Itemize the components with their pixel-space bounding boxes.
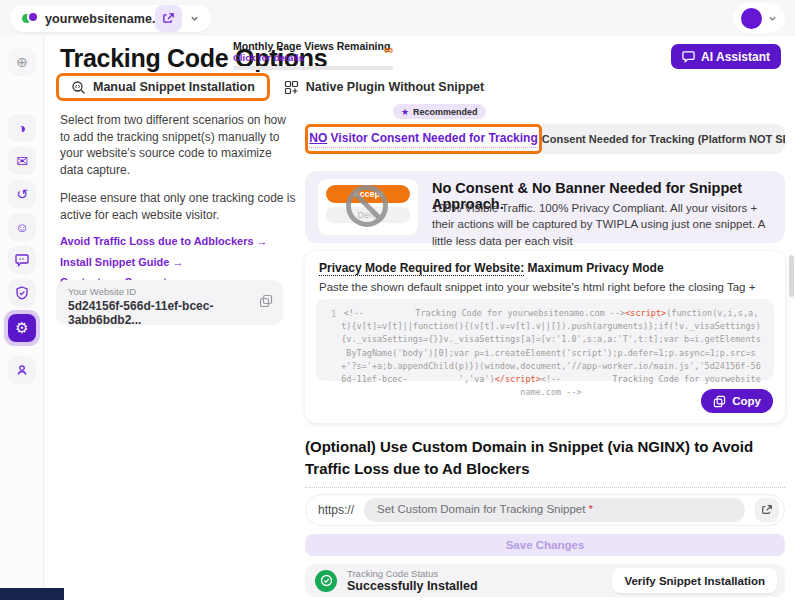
- intro-paragraph-1: Select from two different scenarios on h…: [60, 112, 298, 178]
- external-link-icon: [761, 504, 773, 516]
- installation-tabs: Manual Snippet Installation Native Plugi…: [56, 73, 498, 101]
- custom-domain-input[interactable]: [364, 498, 745, 522]
- tab-native-plugin[interactable]: Native Plugin Without Snippet: [270, 73, 498, 101]
- mail-icon: ✉: [16, 153, 28, 169]
- topbar: yourwebsitename.com: [0, 0, 795, 36]
- chevron-down-icon: [190, 14, 199, 23]
- tracking-code-block[interactable]: 1 <!-- Tracking Code for yourwebsitename…: [316, 299, 774, 381]
- privacy-mode-title-rest: Maximum Privacy Mode: [524, 261, 663, 275]
- tab-consent-needed[interactable]: Visitor Consent Needed for Tracking (Pla…: [542, 124, 785, 154]
- new-website-icon[interactable]: ⊕: [8, 48, 36, 76]
- tracking-code-text: <!-- Tracking Code for yourwebsitename.c…: [336, 307, 766, 373]
- no-consent-body: 100% Visible Traffic. 100% Privacy Compl…: [432, 200, 779, 249]
- circle-plus-icon: ⊕: [16, 54, 28, 70]
- app-frame: yourwebsitename.com ⊕ ◑ ✉ ↺ ☺: [0, 0, 795, 600]
- copy-icon: [713, 395, 726, 408]
- chat-bubble-icon: [15, 253, 29, 267]
- website-id-value: 5d24156f-566d-11ef-bcec-3abb6bdb2...: [68, 299, 271, 327]
- copy-label: Copy: [732, 395, 761, 407]
- save-changes-button[interactable]: Save Changes: [305, 534, 785, 556]
- gear-icon: ⚙: [8, 314, 36, 342]
- copy-snippet-button[interactable]: Copy: [701, 389, 773, 413]
- infinity-icon: ∞: [384, 42, 393, 57]
- success-check-icon: [315, 570, 337, 592]
- tab-manual-label: Manual Snippet Installation: [93, 80, 255, 94]
- no-consent-info-card: Accept Deny No Consent & No Banner Neede…: [305, 171, 785, 243]
- monthly-views-progressbar: [233, 66, 393, 70]
- scrollbar-thumb[interactable]: [789, 255, 794, 297]
- copy-website-id-button[interactable]: [259, 294, 273, 312]
- star-icon: ★: [401, 107, 409, 117]
- intro-paragraph-2: Please ensure that only one tracking cod…: [60, 190, 298, 223]
- website-id-card: Your Website ID 5d24156f-566d-11ef-bcec-…: [56, 280, 283, 325]
- sidebar: ⊕ ◑ ✉ ↺ ☺ ⚙: [0, 36, 44, 600]
- tab-native-label: Native Plugin Without Snippet: [306, 80, 484, 94]
- sidebar-item-visitors[interactable]: ☺: [8, 213, 36, 241]
- sidebar-item-privacy[interactable]: [8, 279, 36, 307]
- sidebar-item-settings-active[interactable]: ⚙: [4, 310, 40, 346]
- verify-snippet-button[interactable]: Verify Snippet Installation: [612, 568, 777, 593]
- link-avoid-traffic-loss[interactable]: Avoid Traffic Loss due to Adblockers →: [60, 235, 298, 247]
- link-install-snippet-guide[interactable]: Install Snippet Guide →: [60, 256, 298, 268]
- ai-assistant-button[interactable]: AI Assistant: [671, 44, 781, 69]
- shield-check-icon: [15, 286, 29, 300]
- recommended-label: Recommended: [413, 107, 478, 117]
- privacy-mode-title-underlined: Privacy Mode Required for Website:: [319, 261, 524, 276]
- account-menu[interactable]: [733, 3, 785, 33]
- status-value: Successfully Installed: [347, 579, 612, 593]
- external-link-icon: [162, 12, 175, 25]
- tab-no-consent[interactable]: NO Visitor Consent Needed for Tracking: [305, 124, 542, 154]
- recommended-badge: ★ Recommended: [393, 104, 486, 119]
- person-pin-icon: [15, 363, 29, 377]
- custom-domain-input-wrap: Set Custom Domain for Tracking Snippet *: [364, 498, 745, 522]
- code-line-number: 1: [320, 307, 336, 373]
- open-custom-domain-button[interactable]: [755, 498, 779, 522]
- sidebar-item-feedback[interactable]: [8, 246, 36, 274]
- status-texts: Tracking Code Status Successfully Instal…: [347, 568, 612, 593]
- plugin-grid-icon: [284, 80, 299, 95]
- website-favicon-icon: [22, 11, 37, 26]
- sidebar-item-dashboard[interactable]: ◑: [8, 114, 36, 142]
- prohibition-icon: [346, 185, 388, 227]
- monthly-views-details-link[interactable]: Click for details: [233, 52, 393, 63]
- chat-icon: [682, 50, 695, 63]
- consent-banner-illustration: Accept Deny: [318, 179, 418, 235]
- copy-icon: [259, 294, 273, 308]
- main-content: Tracking Code Options Monthly Page Views…: [44, 36, 795, 600]
- monthly-views-widget: Monthly Page Views Remaining Click for d…: [233, 40, 393, 63]
- sidebar-item-behavior[interactable]: ↺: [8, 180, 36, 208]
- script-open-tag: <script>: [625, 308, 666, 318]
- avatar: [741, 8, 762, 29]
- protocol-label: https://: [318, 503, 354, 517]
- website-id-label: Your Website ID: [68, 286, 271, 297]
- tracking-status-row: Tracking Code Status Successfully Instal…: [305, 564, 785, 597]
- footer-strip: [0, 588, 64, 600]
- pie-chart-icon: ◑: [18, 120, 26, 136]
- consent-needed-label: Visitor Consent Needed for Tracking (Pla…: [542, 133, 785, 145]
- search-code-icon: [71, 80, 86, 95]
- privacy-mode-card: Privacy Mode Required for Website: Maxim…: [305, 251, 785, 423]
- open-website-button[interactable]: [155, 5, 182, 32]
- sidebar-item-support[interactable]: [8, 356, 36, 384]
- custom-domain-row: https:// Set Custom Domain for Tracking …: [305, 494, 785, 526]
- sidebar-item-inbox[interactable]: ✉: [8, 147, 36, 175]
- chevron-down-icon: [768, 14, 777, 23]
- consent-tabs: NO Visitor Consent Needed for Tracking V…: [305, 124, 785, 154]
- privacy-mode-title: Privacy Mode Required for Website: Maxim…: [319, 261, 771, 275]
- face-icon: ☺: [15, 220, 28, 235]
- monthly-views-label: Monthly Page Views Remaining: [233, 40, 393, 52]
- script-close-tag: </script>: [495, 374, 541, 384]
- no-consent-prefix: NO: [309, 131, 327, 145]
- ai-assistant-label: AI Assistant: [701, 50, 770, 64]
- spiral-icon: ↺: [16, 186, 28, 202]
- tab-manual-snippet[interactable]: Manual Snippet Installation: [56, 73, 270, 101]
- no-consent-rest: Visitor Consent Needed for Tracking: [327, 131, 538, 145]
- status-label: Tracking Code Status: [347, 568, 612, 579]
- custom-domain-heading: (Optional) Use Custom Domain in Snippet …: [305, 436, 785, 488]
